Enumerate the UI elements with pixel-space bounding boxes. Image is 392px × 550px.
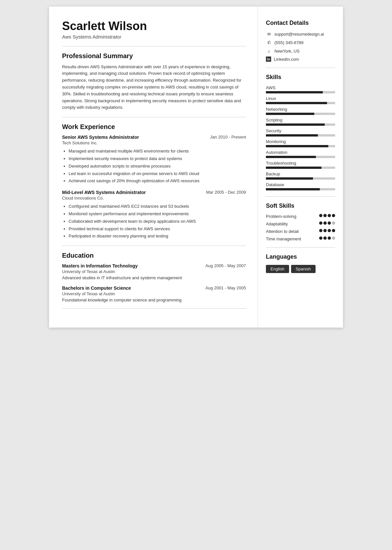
skill-bar-fill (266, 123, 325, 126)
soft-skill-name: Adaptability (266, 221, 319, 226)
contact-location: NewYork, US (274, 49, 300, 54)
contact-phone-item: ✆ (555) 345-6789 (266, 40, 335, 45)
soft-skill-item: Time management (266, 236, 335, 241)
dot-filled (319, 214, 322, 217)
soft-skills-list: Problem-solving Adaptability Attention t… (266, 214, 335, 241)
dot-filled (319, 229, 322, 232)
job-1-bullets: Managed and maintained multiple AWS envi… (62, 148, 246, 185)
degree-1-name: Masters in Information Technology (62, 263, 138, 268)
skill-name: Backup (266, 171, 335, 176)
degree-2-school: University of Texas at Austin (62, 291, 246, 296)
degree-1-header: Masters in Information Technology Aug 20… (62, 263, 246, 268)
soft-skill-item: Attention to detail (266, 229, 335, 234)
degree-1-desc: Advanced studies in IT infrastructure an… (62, 275, 246, 280)
contact-section: Contact Details ✉ support@resumedesign.a… (266, 20, 335, 62)
soft-skill-dots (319, 221, 335, 225)
job-2-header: Mid-Level AWS Systems Administrator Mar … (62, 190, 246, 195)
job-2-title: Mid-Level AWS Systems Administrator (62, 190, 146, 195)
skill-name: Scripting (266, 118, 335, 122)
skill-item: Security (266, 128, 335, 137)
skill-bar-fill (266, 102, 327, 104)
skill-bar-container (266, 188, 335, 190)
dot-empty (332, 221, 335, 225)
skill-bar-fill (266, 113, 314, 115)
skill-item: Networking (266, 107, 335, 115)
summary-title: Professional Summary (62, 52, 246, 60)
skill-name: Security (266, 128, 335, 133)
skill-name: Automation (266, 150, 335, 155)
list-item: Monitored system performance and impleme… (69, 211, 246, 218)
summary-text: Results-driven AWS Systems Administrator… (62, 64, 246, 111)
degree-2-header: Bachelors in Computer Science Aug 2001 -… (62, 285, 246, 291)
skill-bar-fill (266, 177, 313, 180)
skill-name: AWS (266, 85, 335, 90)
skill-item: Linux (266, 96, 335, 104)
skill-item: AWS (266, 85, 335, 93)
soft-skill-dots (319, 229, 335, 232)
skill-bar-fill (266, 145, 328, 147)
job-2-dates: Mar 2005 - Dec 2009 (206, 190, 246, 195)
soft-skills-title: Soft Skills (266, 202, 335, 209)
work-experience-section: Work Experience Senior AWS Systems Admin… (62, 123, 246, 240)
education-section: Education Masters in Information Technol… (62, 252, 246, 302)
email-icon: ✉ (266, 31, 272, 37)
skills-section: Skills AWS Linux Networking Scripting Se… (266, 74, 335, 190)
contact-email-item: ✉ support@resumedesign.ai (266, 31, 335, 37)
dot-filled (328, 229, 331, 232)
job-1-header: Senior AWS Systems Administrator Jan 201… (62, 135, 246, 140)
soft-skill-dots (319, 236, 335, 240)
right-column: Contact Details ✉ support@resumedesign.a… (258, 7, 343, 328)
degree-1: Masters in Information Technology Aug 20… (62, 263, 246, 280)
skill-bar-container (266, 113, 335, 115)
list-item: Developed automation scripts to streamli… (69, 163, 246, 170)
degree-2: Bachelors in Computer Science Aug 2001 -… (62, 285, 246, 302)
list-item: Led team in successful migration of on-p… (69, 170, 246, 177)
skill-bar-container (266, 91, 335, 93)
soft-skill-name: Problem-solving (266, 214, 319, 219)
location-icon: ⌂ (266, 48, 272, 54)
dot-filled (328, 221, 331, 225)
skill-bar-fill (266, 134, 318, 137)
soft-skills-section: Soft Skills Problem-solving Adaptability… (266, 202, 335, 241)
dot-filled (323, 229, 327, 232)
skill-item: Scripting (266, 118, 335, 126)
skill-item: Troubleshooting (266, 161, 335, 169)
job-1: Senior AWS Systems Administrator Jan 201… (62, 135, 246, 185)
soft-skill-name: Time management (266, 236, 319, 241)
right-divider-1 (266, 68, 335, 68)
skill-item: Backup (266, 171, 335, 180)
languages-section: Languages EnglishSpanish (266, 253, 335, 275)
education-title: Education (62, 252, 246, 259)
language-badge: English (266, 265, 289, 273)
contact-title: Contact Details (266, 20, 335, 26)
job-2-bullets: Configured and maintained AWS EC2 instan… (62, 203, 246, 240)
skill-item: Database (266, 182, 335, 190)
soft-skill-item: Problem-solving (266, 214, 335, 219)
job-2: Mid-Level AWS Systems Administrator Mar … (62, 190, 246, 240)
skill-bar-fill (266, 156, 316, 158)
resume-container: Scarlett Wilson Aws Systems Administrato… (49, 7, 343, 328)
skill-item: Automation (266, 150, 335, 158)
dot-empty (332, 236, 335, 240)
dot-filled (323, 221, 327, 225)
contact-linkedin-item: in LinkedIn.com (266, 57, 335, 62)
skill-bar-container (266, 177, 335, 180)
skill-bar-container (266, 123, 335, 126)
linkedin-icon: in (266, 57, 271, 62)
language-badge: Spanish (291, 265, 316, 273)
divider-2 (62, 117, 246, 117)
contact-email: support@resumedesign.ai (274, 32, 324, 37)
dot-filled (319, 236, 322, 240)
skills-title: Skills (266, 74, 335, 81)
divider-1 (62, 46, 246, 46)
soft-skill-dots (319, 214, 335, 217)
work-experience-title: Work Experience (62, 123, 246, 131)
degree-1-school: University of Texas at Austin (62, 269, 246, 274)
skill-name: Monitoring (266, 139, 335, 144)
degree-2-dates: Aug 2001 - May 2005 (205, 285, 246, 290)
degree-2-desc: Foundational knowledge in computer scien… (62, 298, 246, 302)
skill-bar-container (266, 145, 335, 147)
skill-bar-container (266, 156, 335, 158)
skill-item: Monitoring (266, 139, 335, 147)
dot-filled (323, 236, 327, 240)
